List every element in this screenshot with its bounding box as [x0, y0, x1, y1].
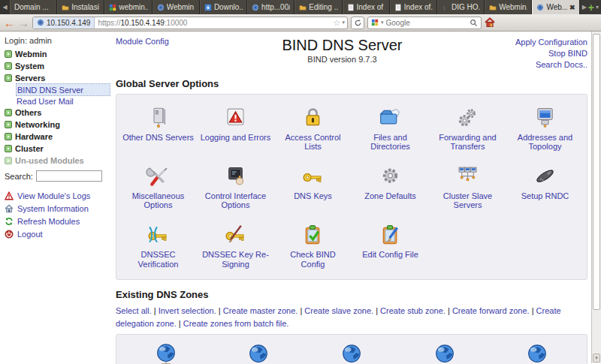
category-label: Networking — [15, 120, 60, 129]
url-history-dropdown-icon[interactable]: ▾ — [342, 20, 347, 26]
console-icon[interactable] — [197, 162, 274, 189]
sidebar-search-input[interactable] — [36, 170, 102, 182]
tab-title: DIG HO... — [452, 3, 480, 11]
option-label[interactable]: Cluster Slave Servers — [429, 191, 506, 210]
option-label[interactable]: Forwarding and Transfers — [429, 133, 506, 152]
sidebar-item-bind-dns-server[interactable]: BIND DNS Server — [17, 84, 110, 95]
browser-tab-editing[interactable]: Editing ... — [294, 0, 342, 14]
clipboard-edit-icon[interactable] — [352, 221, 429, 248]
sidebar-category-networking[interactable]: Networking — [5, 119, 110, 131]
tools-icon[interactable] — [119, 162, 197, 189]
browser-tab-dig-ho[interactable]: DIG HO... — [437, 0, 485, 14]
zone-link-create-stub-zone[interactable]: Create stub zone. — [380, 306, 445, 315]
web-search-box[interactable]: ▾ — [367, 17, 482, 29]
tab-scroll-left-button[interactable]: ◀ — [0, 0, 10, 14]
option-label[interactable]: Files and Directories — [352, 133, 429, 152]
zone-link-create-forward-zone[interactable]: Create forward zone. — [452, 306, 530, 315]
new-tab-button[interactable]: + — [588, 2, 594, 13]
sidebar-action-logout[interactable]: Logout — [5, 227, 110, 240]
zone-link-invert-selection[interactable]: Invert selection. — [159, 306, 216, 315]
option-label[interactable]: DNS Keys — [274, 191, 352, 201]
sidebar-category-hardware[interactable]: Hardware — [5, 131, 110, 143]
zone-link-create-master-zone[interactable]: Create master zone. — [223, 306, 298, 315]
tab-close-icon[interactable]: ✖ — [569, 4, 575, 11]
browser-tab-index-of[interactable]: Index of / — [343, 0, 390, 14]
google-logo-icon — [371, 19, 379, 26]
reload-button[interactable] — [351, 17, 364, 29]
site-identity-chip[interactable]: 10.150.4.149 — [33, 17, 95, 29]
option-label[interactable]: DNSSEC Key Re-Signing — [197, 250, 274, 269]
tab-list-dropdown-icon[interactable]: ▾ — [596, 4, 599, 11]
key-icon[interactable] — [274, 162, 352, 189]
option-label[interactable]: Edit Config File — [352, 250, 429, 260]
option-label[interactable]: Addresses and Topology — [506, 133, 584, 152]
lock-icon[interactable] — [274, 104, 352, 131]
sidebar-category-others[interactable]: Others — [5, 107, 110, 119]
zone-link-select-all[interactable]: Select all. — [116, 306, 152, 315]
zone-link-create-slave-zone[interactable]: Create slave zone. — [304, 306, 373, 315]
server-icon[interactable] — [119, 104, 197, 131]
option-label[interactable]: Check BIND Config — [274, 250, 352, 269]
browser-tab-index-of[interactable]: Index of... — [390, 0, 437, 14]
cluster-icon[interactable] — [429, 162, 506, 189]
url-bar[interactable]: 10.150.4.149 https://10.150.4.149:10000 … — [32, 17, 348, 29]
warning-icon[interactable] — [197, 104, 274, 131]
sidebar-action-refresh-modules[interactable]: Refresh Modules — [5, 215, 110, 227]
back-button[interactable]: ← — [4, 17, 15, 29]
search-docs-link[interactable]: Search Docs.. — [515, 59, 587, 71]
option-label[interactable]: Logging and Errors — [197, 133, 274, 143]
sidebar-category-un-used-modules[interactable]: Un-used Modules — [5, 155, 110, 167]
magnifier-icon[interactable] — [470, 19, 478, 27]
search-engine-dropdown-icon[interactable]: ▾ — [381, 20, 384, 26]
sidebar-item-read-user-mail[interactable]: Read User Mail — [17, 95, 110, 107]
sidebar-category-servers[interactable]: Servers — [5, 72, 110, 84]
option-label[interactable]: Miscellaneous Options — [119, 191, 197, 210]
sidebar-category-system[interactable]: System — [5, 60, 110, 72]
scrollbar-thumb[interactable] — [593, 34, 600, 310]
sidebar-category-webmin[interactable]: Webmin — [5, 48, 110, 60]
scrollbar-down-button[interactable]: ▾ — [593, 353, 600, 362]
remote-icon[interactable] — [506, 162, 584, 189]
globe-icon[interactable] — [213, 342, 306, 364]
page-scrollbar[interactable]: ▾ — [591, 32, 601, 363]
option-label[interactable]: DNSSEC Verification — [119, 250, 197, 269]
browser-tab-downlo[interactable]: Downlo... — [200, 0, 247, 14]
home-button[interactable] — [485, 17, 495, 28]
address-input[interactable]: https://10.150.4.149:10000 — [95, 19, 331, 27]
browser-tab-webmin[interactable]: Webmin... — [485, 0, 532, 14]
tabbar-controls: ▶ + ▾ — [580, 0, 601, 14]
option-label[interactable]: Access Control Lists — [274, 133, 352, 152]
monitor-icon[interactable] — [506, 104, 584, 131]
sidebar-action-view-module-s-logs[interactable]: View Module's Logs — [5, 189, 110, 202]
module-config-link[interactable]: Module Config — [116, 37, 169, 46]
sidebar-category-cluster[interactable]: Cluster — [5, 143, 110, 155]
option-label[interactable]: Control Interface Options — [197, 191, 274, 210]
browser-tab-instalasi[interactable]: Instalasi ... — [57, 0, 104, 14]
option-label[interactable]: Setup RNDC — [506, 191, 584, 201]
zone-link-create-zones-from-batch-file[interactable]: Create zones from batch file. — [183, 319, 289, 328]
folder-big-icon[interactable] — [352, 104, 429, 131]
key-x-icon[interactable] — [119, 221, 197, 248]
globe-icon[interactable] — [491, 342, 584, 364]
browser-tab-webmin[interactable]: webmin... — [104, 0, 152, 14]
gear-icon[interactable] — [352, 162, 429, 189]
stop-bind-link[interactable]: Stop BIND — [515, 48, 587, 59]
globe-icon[interactable] — [305, 342, 398, 364]
browser-tab-http-00[interactable]: http...00/ — [247, 0, 294, 14]
option-label[interactable]: Other DNS Servers — [119, 133, 197, 143]
browser-tab-web[interactable]: Web...✖ — [532, 0, 579, 14]
sidebar-action-system-information[interactable]: System Information — [5, 202, 110, 215]
tab-scroll-right-button[interactable]: ▶ — [582, 4, 587, 11]
globe-icon[interactable] — [398, 342, 491, 364]
globe-net-icon[interactable] — [119, 342, 213, 364]
apply-configuration-link[interactable]: Apply Configuration — [515, 37, 587, 48]
gears-icon[interactable] — [429, 104, 506, 131]
option-label[interactable]: Zone Defaults — [352, 191, 429, 201]
bookmark-star-icon[interactable]: ☆ — [332, 18, 343, 28]
key-pen-icon[interactable] — [197, 221, 274, 248]
forward-button[interactable]: → — [18, 17, 29, 29]
browser-tab-domain[interactable]: Domain ... — [10, 0, 57, 14]
browser-tab-webmin[interactable]: Webmin — [153, 0, 200, 14]
search-input[interactable] — [386, 19, 467, 27]
clipboard-check-icon[interactable] — [274, 221, 352, 248]
